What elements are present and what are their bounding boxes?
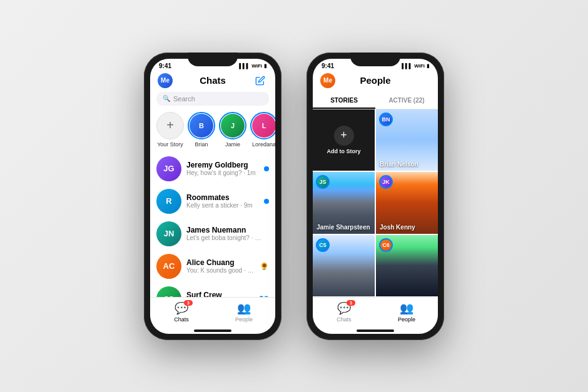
phone-inner-right: 9:41 ▌▌▌ WiFi ▮ Me People STORIES ACTIVE… — [313, 59, 438, 334]
story-ring-brian: B — [188, 112, 215, 139]
tab-people-left[interactable]: 👥 People — [213, 298, 275, 328]
compose-icon[interactable] — [253, 73, 268, 88]
story-item-loredana[interactable]: L Loredana — [250, 112, 275, 148]
story-avatar-loredana: L — [252, 114, 275, 138]
phone-inner-left: 9:41 ▌▌▌ WiFi ▮ Me Chats — [150, 59, 275, 334]
search-placeholder: Search — [173, 95, 195, 103]
story-card-brian-nelson[interactable]: BN Brian Nelson — [376, 109, 438, 171]
phones-container: 9:41 ▌▌▌ WiFi ▮ Me Chats — [0, 0, 588, 392]
chat-info-surfcrew: Surf Crew You: See you there! · Mon — [186, 291, 253, 297]
people-tab-icon-right: 👥 — [400, 301, 413, 315]
story-avatar-5: C5 — [316, 238, 330, 252]
story-avatar-brian: B — [190, 114, 213, 138]
story-item-jamie[interactable]: J Jamie — [219, 112, 246, 148]
chat-info-roommates: Roommates Kelly sent a sticker · 9m — [186, 193, 259, 209]
search-icon: 🔍 — [163, 95, 170, 102]
left-phone: 9:41 ▌▌▌ WiFi ▮ Me Chats — [144, 53, 281, 340]
stories-grid: + Add to Story BN Brian Nelson JS Jamie … — [313, 109, 438, 297]
stories-tab[interactable]: STORIES — [313, 92, 375, 109]
signal-icon: ▌▌▌ — [239, 63, 250, 69]
story-label-add: Your Story — [157, 141, 183, 148]
story-label-jamie: Jamie — [225, 141, 240, 148]
chat-preview-roommates: Kelly sent a sticker · 9m — [186, 202, 259, 209]
story-label-loredana: Loredana — [252, 141, 275, 148]
story-card-label-brian: Brian Nelson — [380, 161, 418, 168]
add-story-button[interactable]: + — [156, 112, 184, 139]
people-tab-label-left: People — [235, 316, 253, 323]
battery-icon: ▮ — [264, 63, 266, 69]
chat-name-surfcrew: Surf Crew — [186, 291, 253, 297]
story-card-jamie-sharpsteen[interactable]: JS Jamie Sharpsteen — [313, 172, 375, 234]
chat-name-jeremy: Jeremy Goldberg — [186, 161, 259, 169]
nav-header-left: Me Chats — [150, 71, 275, 92]
chat-name-alice: Alice Chuang — [186, 258, 255, 267]
people-tab-icon-left: 👥 — [237, 301, 251, 315]
stories-row: + Your Story B Brian J — [150, 109, 275, 153]
status-icons-left: ▌▌▌ WiFi ▮ — [239, 63, 266, 69]
add-story-circle: + — [334, 126, 354, 146]
chat-meta-roommates — [264, 199, 269, 204]
people-tabs: STORIES ACTIVE (22) — [313, 92, 438, 109]
status-time-left: 9:41 — [159, 63, 171, 69]
story-avatar-6: C6 — [379, 238, 393, 252]
unread-dot-jeremy — [264, 166, 269, 171]
chat-name-james: James Nuemann — [186, 226, 264, 234]
tab-bar-right: 3 💬 Chats 👥 People — [313, 297, 438, 328]
story-card-josh-kenny[interactable]: JK Josh Kenny — [376, 172, 438, 234]
chat-name-roommates: Roommates — [186, 193, 259, 202]
chat-item-roommates[interactable]: R Roommates Kelly sent a sticker · 9m — [150, 185, 275, 218]
story-label-brian: Brian — [195, 141, 208, 148]
story-avatar-josh-kenny: JK — [379, 175, 393, 189]
people-title: People — [360, 75, 390, 86]
chat-item-james[interactable]: JN James Nuemann Let's get boba tonight?… — [150, 218, 275, 250]
chat-meta-alice: 🌻 — [260, 262, 269, 271]
chat-item-surfcrew[interactable]: SC Surf Crew You: See you there! · Mon 👥 — [150, 283, 275, 297]
notch-left — [188, 53, 238, 66]
chat-info-jeremy: Jeremy Goldberg Hey, how's it going? · 1… — [186, 161, 259, 176]
story-card-add[interactable]: + Add to Story — [313, 109, 375, 171]
home-indicator-right — [357, 329, 394, 332]
battery-icon-right: ▮ — [427, 63, 429, 69]
right-phone: 9:41 ▌▌▌ WiFi ▮ Me People STORIES ACTIVE… — [307, 53, 444, 340]
status-icons-right: ▌▌▌ WiFi ▮ — [402, 63, 429, 69]
people-tab-label-right: People — [398, 316, 415, 323]
chat-avatar-alice: AC — [156, 254, 181, 279]
story-card-label-jamie: Jamie Sharpsteen — [317, 224, 370, 231]
story-card-6[interactable]: C6 — [376, 235, 438, 297]
chat-item-alice[interactable]: AC Alice Chuang You: K sounds good · 8:2… — [150, 250, 275, 283]
active-tab[interactable]: ACTIVE (22) — [375, 92, 438, 109]
tab-people-right[interactable]: 👥 People — [375, 298, 438, 328]
chat-meta-jeremy — [264, 166, 269, 171]
chats-badge-left: 3 — [184, 300, 193, 306]
story-item-add[interactable]: + Your Story — [156, 112, 184, 148]
tab-chats-right[interactable]: 3 💬 Chats — [313, 298, 375, 328]
signal-icon-right: ▌▌▌ — [402, 63, 412, 69]
chat-emoji-alice: 🌻 — [260, 262, 269, 271]
search-bar[interactable]: 🔍 Search — [156, 92, 269, 106]
unread-dot-roommates — [264, 199, 269, 204]
chat-preview-jeremy: Hey, how's it going? · 1m — [186, 169, 259, 176]
chats-badge-right: 3 — [347, 300, 355, 306]
tab-chats-left[interactable]: 3 💬 Chats — [150, 298, 213, 328]
chat-avatar-roommates: R — [156, 189, 181, 214]
home-indicator-left — [194, 329, 231, 332]
user-avatar-left[interactable]: Me — [158, 73, 173, 88]
story-ring-jamie: J — [219, 112, 246, 139]
story-card-5[interactable]: C5 — [313, 235, 375, 297]
story-ring-loredana: L — [250, 112, 275, 139]
tab-bar-left: 3 💬 Chats 👥 People — [150, 297, 275, 328]
chat-avatar-jeremy: JG — [156, 156, 181, 181]
chat-info-james: James Nuemann Let's get boba tonight? · … — [186, 226, 264, 241]
chats-title: Chats — [200, 75, 226, 86]
nav-header-right: Me People — [313, 71, 438, 92]
story-avatar-jamie: J — [221, 114, 245, 138]
chat-item-jeremy[interactable]: JG Jeremy Goldberg Hey, how's it going? … — [150, 153, 275, 185]
wifi-icon-right: WiFi — [414, 63, 425, 69]
story-card-label-josh: Josh Kenny — [380, 224, 415, 231]
story-item-brian[interactable]: B Brian — [188, 112, 215, 148]
status-time-right: 9:41 — [322, 63, 334, 69]
chats-tab-label-right: Chats — [337, 316, 352, 323]
chats-tab-label-left: Chats — [174, 316, 189, 323]
story-avatar-brian-nelson: BN — [379, 113, 393, 126]
user-avatar-right[interactable]: Me — [320, 73, 335, 88]
